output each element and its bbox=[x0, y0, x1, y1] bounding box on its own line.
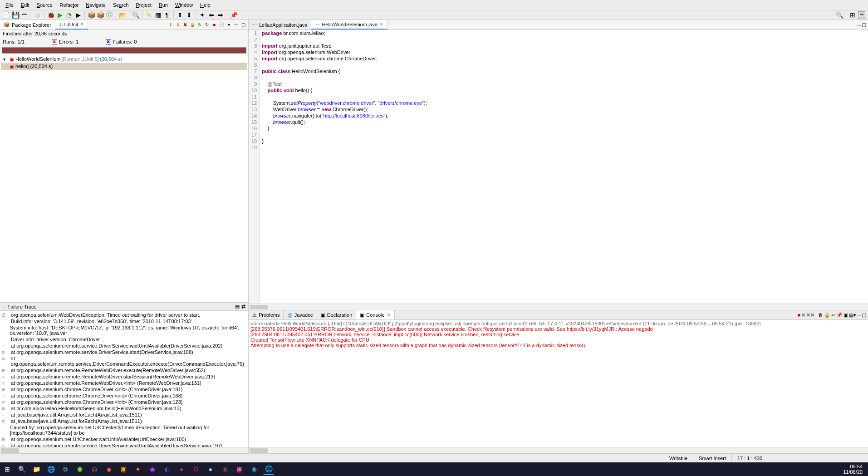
display-console-icon[interactable]: ▣ bbox=[843, 312, 848, 318]
code-editor[interactable]: 12345678910111213141516171819 package br… bbox=[249, 30, 868, 304]
toggle-block-icon[interactable]: ▦ bbox=[154, 11, 162, 19]
opera-icon[interactable]: O bbox=[191, 464, 201, 475]
back-history-icon[interactable]: ⬅ bbox=[208, 11, 215, 19]
maximize-icon[interactable]: ▢ bbox=[862, 312, 866, 318]
toggle-ws-icon[interactable]: ¶ bbox=[163, 11, 171, 19]
open-type-icon[interactable]: 📂 bbox=[119, 11, 126, 19]
filter-stack-icon[interactable]: ▤ bbox=[235, 304, 240, 309]
trace-row[interactable]: Caused by: org.openqa.selenium.net.UrlCh… bbox=[2, 424, 246, 436]
open-perspective-icon[interactable]: ⊞ bbox=[849, 11, 856, 19]
trace-row[interactable]: ≡at org.openqa.selenium.remote.service.D… bbox=[2, 355, 246, 367]
search-button[interactable]: 🔍 bbox=[16, 464, 27, 475]
minimize-icon[interactable]: ─ bbox=[233, 22, 239, 28]
new-icon[interactable]: 📄 bbox=[3, 11, 10, 19]
close-icon[interactable]: ✕ bbox=[379, 21, 383, 27]
remove-all-icon[interactable]: ✖✖ bbox=[806, 312, 814, 318]
edge-icon[interactable]: ◉ bbox=[249, 464, 260, 475]
tab-declaration[interactable]: ▣Declaration bbox=[317, 310, 357, 319]
coverage-icon[interactable]: ◔ bbox=[65, 11, 73, 19]
show-failures-icon[interactable]: ✖ bbox=[182, 22, 188, 28]
code-content[interactable]: package br.com.alura.leilao; import org.… bbox=[260, 30, 868, 304]
rerun-failed-icon[interactable]: ↻ bbox=[204, 22, 210, 28]
tab-junit[interactable]: JU JUnit ✕ bbox=[55, 20, 88, 29]
next-annotation-icon[interactable]: ⬇ bbox=[186, 11, 193, 19]
maximize-icon[interactable]: ▢ bbox=[862, 22, 866, 28]
trace-row[interactable]: ≡at java.base/java.util.ArrayList.forEac… bbox=[2, 412, 246, 418]
menu-run[interactable]: Run bbox=[155, 1, 172, 9]
explorer-icon[interactable]: 📁 bbox=[31, 464, 42, 475]
trace-row[interactable]: ≡at org.openqa.selenium.chrome.ChromeDri… bbox=[2, 386, 246, 393]
git-icon[interactable]: ◆ bbox=[103, 464, 114, 475]
minimize-icon[interactable]: ─ bbox=[857, 22, 861, 28]
compare-icon[interactable]: ⇄ bbox=[241, 304, 245, 309]
editor-tab-helloworld[interactable]: 〰 HelloWorldSelenium.java ✕ bbox=[311, 20, 387, 29]
trace-scrollbar[interactable] bbox=[0, 447, 248, 453]
tree-suite-row[interactable]: ▾ ▣ HelloWorldSelenium [Runner: JUnit 5]… bbox=[1, 55, 247, 63]
trace-row[interactable]: ≡at org.openqa.selenium.net.UrlChecker.w… bbox=[2, 436, 246, 442]
maximize-icon[interactable]: ▢ bbox=[240, 22, 246, 28]
expand-icon[interactable]: ▾ bbox=[1, 56, 7, 62]
prev-annotation-icon[interactable]: ⬆ bbox=[177, 11, 184, 19]
trace-row[interactable]: ≡at org.openqa.selenium.remote.service.D… bbox=[2, 343, 246, 349]
trace-row[interactable]: ≡at java.base/java.util.ArrayList.forEac… bbox=[2, 418, 246, 424]
pin-editor-icon[interactable]: 📌 bbox=[230, 11, 237, 19]
trace-row[interactable]: Build info: version: '3.141.59', revisio… bbox=[2, 318, 246, 324]
trace-row[interactable]: ≡at org.openqa.selenium.remote.service.D… bbox=[2, 442, 246, 447]
intellij-icon[interactable]: ▣ bbox=[234, 464, 245, 475]
scroll-lock-icon[interactable]: 🔒 bbox=[824, 312, 830, 318]
open-console-icon[interactable]: ▤▾ bbox=[849, 312, 856, 318]
close-icon[interactable]: ✕ bbox=[387, 312, 391, 318]
menu-source[interactable]: Source bbox=[33, 1, 56, 9]
menu-project[interactable]: Project bbox=[132, 1, 155, 9]
toggle-mark-icon[interactable]: ✎ bbox=[145, 11, 152, 19]
fwd-history-icon[interactable]: ➡ bbox=[217, 11, 224, 19]
remove-launch-icon[interactable]: ✖ bbox=[801, 312, 805, 318]
run-last-icon[interactable]: ▶ bbox=[74, 11, 82, 19]
close-icon[interactable]: ✕ bbox=[80, 21, 84, 27]
start-button[interactable]: ⊞ bbox=[2, 464, 13, 475]
menu-edit[interactable]: Edit bbox=[17, 1, 33, 9]
app-icon[interactable]: ◎ bbox=[89, 464, 100, 475]
app-icon[interactable]: ✦ bbox=[132, 464, 143, 475]
tab-javadoc[interactable]: @Javadoc bbox=[284, 310, 317, 319]
skip-breakpoints-icon[interactable]: ⦸ bbox=[34, 11, 41, 19]
pin-console-icon[interactable]: 📌 bbox=[836, 312, 843, 318]
chrome-running-icon[interactable]: 🌐 bbox=[263, 464, 274, 475]
tab-console[interactable]: ▣Console✕ bbox=[356, 310, 394, 319]
menu-window[interactable]: Window bbox=[172, 1, 196, 9]
next-fail-icon[interactable]: ⬇ bbox=[175, 22, 181, 28]
app-icon[interactable]: ◉ bbox=[220, 464, 230, 475]
app-icon[interactable]: ● bbox=[176, 464, 187, 475]
quick-access-icon[interactable]: 🔍 bbox=[836, 11, 843, 19]
trace-row[interactable]: ≡at org.openqa.selenium.chrome.ChromeDri… bbox=[2, 393, 246, 399]
menu-file[interactable]: File bbox=[2, 1, 17, 9]
debug-icon[interactable]: 🐞 bbox=[47, 11, 54, 19]
scroll-lock-icon[interactable]: 🔒 bbox=[189, 22, 196, 28]
app-icon[interactable]: ● bbox=[205, 464, 216, 475]
save-icon[interactable]: 💾 bbox=[12, 11, 19, 19]
new-package-icon[interactable]: 📦 bbox=[88, 11, 95, 19]
app-icon[interactable]: ◉ bbox=[147, 464, 158, 475]
junit-test-tree[interactable]: ▾ ▣ HelloWorldSelenium [Runner: JUnit 5]… bbox=[0, 54, 248, 302]
tab-problems[interactable]: ⚠Problems bbox=[249, 310, 284, 319]
save-all-icon[interactable]: 🗃 bbox=[21, 11, 28, 19]
trace-row[interactable]: J!org.openqa.selenium.WebDriverException… bbox=[2, 312, 246, 318]
trace-row[interactable]: ≡at br.com.alura.leilao.HelloWorldSeleni… bbox=[2, 405, 246, 412]
trace-row[interactable]: Driver info: driver.version: ChromeDrive… bbox=[2, 336, 246, 343]
tab-package-explorer[interactable]: 📦 Package Explorer bbox=[0, 20, 55, 29]
new-class-icon[interactable]: Ⓒ bbox=[106, 11, 113, 19]
node-icon[interactable]: ⬢ bbox=[74, 464, 85, 475]
view-menu-icon[interactable]: ▾ bbox=[226, 22, 232, 28]
trace-row[interactable]: System info: host: 'DESKTOP-EM1VC7D', ip… bbox=[2, 324, 246, 336]
console-output[interactable]: <terminated> HelloWorldSelenium [JUnit] … bbox=[249, 320, 868, 447]
trace-row[interactable]: ≡at org.openqa.selenium.remote.RemoteWeb… bbox=[2, 380, 246, 386]
menu-search[interactable]: Search bbox=[109, 1, 132, 9]
terminate-icon[interactable]: ■ bbox=[798, 312, 801, 318]
trace-row[interactable]: ≡at org.openqa.selenium.remote.service.D… bbox=[2, 349, 246, 355]
new-type-icon[interactable]: 📦 bbox=[97, 11, 104, 19]
word-wrap-icon[interactable]: ↩ bbox=[831, 312, 835, 318]
system-tray[interactable]: 09:54 11/06/20 bbox=[843, 464, 866, 475]
xampp-icon[interactable]: ▣ bbox=[118, 464, 129, 475]
clear-console-icon[interactable]: 🗑 bbox=[818, 312, 823, 318]
minimize-icon[interactable]: ─ bbox=[857, 312, 861, 318]
